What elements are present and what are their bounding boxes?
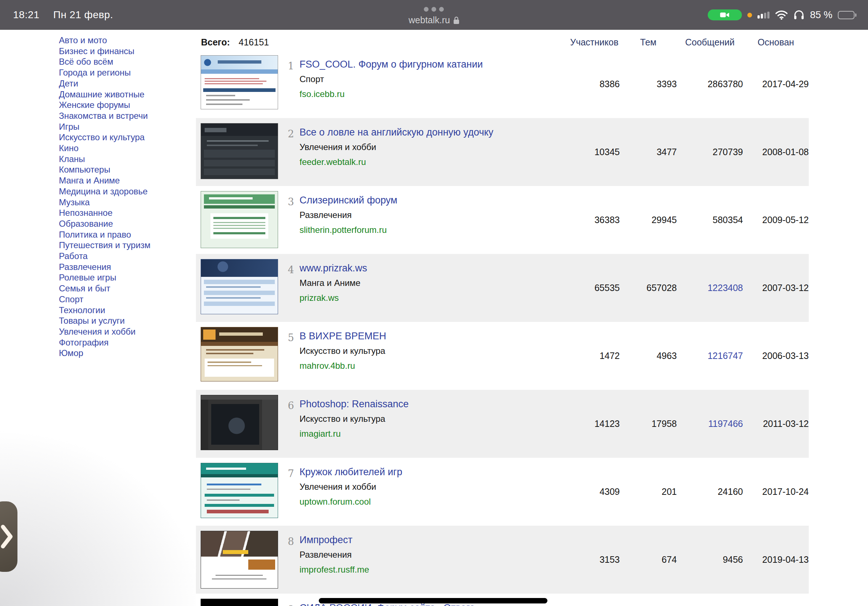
participants-value: 36383 [569,186,620,254]
sidebar-category: Женские форумы [59,99,150,110]
forum-category: Манга и Аниме [299,278,569,288]
messages-value: 1197466 [677,390,743,458]
sidebar-category-link[interactable]: Дети [59,79,78,88]
topics-value: 674 [620,526,677,594]
status-time: 18:21 [13,9,40,21]
sidebar-category: Товары и услуги [59,315,150,326]
sidebar-category-link[interactable]: Музыка [59,197,90,207]
sidebar-category-link[interactable]: Ролевые игры [59,272,116,282]
forum-thumbnail[interactable] [201,259,278,314]
forum-title-link[interactable]: Кружок любителей игр [299,467,402,478]
sidebar-category-link[interactable]: Политика и право [59,230,131,240]
sidebar-category-link[interactable]: Развлечения [59,262,111,272]
founded-value: 2009-05-12 [743,186,809,254]
sidebar-category-link[interactable]: Юмор [59,348,83,358]
sidebar-category-link[interactable]: Всё обо всём [59,57,113,66]
sidebar-category-link[interactable]: Фотография [59,337,108,347]
sidebar-category-link[interactable]: Путешествия и туризм [59,240,150,250]
forum-domain-link[interactable]: imagiart.ru [299,429,341,439]
sidebar-category-link[interactable]: Кланы [59,154,85,164]
sidebar-category: Развлечения [59,261,150,272]
forum-category: Спорт [299,74,569,84]
forum-domain-link[interactable]: fso.icebb.ru [299,89,344,99]
messages-value: 9456 [677,526,743,594]
sidebar-category: Манга и Аниме [59,175,150,186]
status-date: Пн 21 февр. [53,9,113,21]
forum-title-link[interactable]: FSO_COOL. Форум о фигурном катании [299,59,483,70]
sidebar-category-link[interactable]: Работа [59,251,88,261]
forum-domain-link[interactable]: improfest.rusff.me [299,564,369,575]
forum-info-cell: Импрофест Развлечения improfest.rusff.me [294,526,569,594]
thumbnail-cell [196,390,277,458]
table-rows: 1 FSO_COOL. Форум о фигурном катании Спо… [196,50,809,606]
sidebar-category-link[interactable]: Женские форумы [59,100,130,110]
forum-thumbnail[interactable] [201,123,278,179]
forum-thumbnail[interactable] [201,531,278,589]
topics-value: 657028 [620,254,677,322]
forum-title-link[interactable]: Все о ловле на английскую донную удочку [299,127,493,138]
video-call-pill-icon[interactable] [708,9,742,20]
sidebar-category: Кино [59,143,150,154]
sidebar-category-link[interactable]: Манга и Аниме [59,175,120,185]
sidebar-category: Кланы [59,154,150,165]
forum-title-link[interactable]: Импрофест [299,535,353,546]
participants-value: 10345 [569,118,620,186]
page-dots-icon[interactable] [424,7,444,12]
sidebar-category: Спорт [59,294,150,305]
sidebar-category: Семья и быт [59,283,150,294]
forum-thumbnail[interactable] [201,191,278,248]
sidebar-category-link[interactable]: Города и регионы [59,68,131,77]
sidebar-category-link[interactable]: Домашние животные [59,90,144,99]
sidebar-category: Работа [59,251,150,261]
category-sidebar: Авто и мото Бизнес и финансы Всё обо всё… [59,35,150,359]
sidebar-category: Города и регионы [59,67,150,78]
address-bar[interactable]: webtalk.ru [409,15,459,25]
forum-domain-link[interactable]: slitherin.potterforum.ru [299,225,387,235]
founded-value: 2008-01-08 [743,118,809,186]
messages-value: 2863780 [677,50,743,118]
status-center: webtalk.ru [409,0,459,30]
home-indicator[interactable] [319,598,547,603]
forum-thumbnail[interactable] [201,55,278,109]
participants-value [569,594,620,606]
sidebar-category-link[interactable]: Кино [59,143,79,153]
forum-title-link[interactable]: www.prizrak.ws [299,263,367,274]
sidebar-category: Дети [59,78,150,89]
forum-domain-link[interactable]: mahrov.4bb.ru [299,361,355,371]
sidebar-category-link[interactable]: Непознанное [59,208,113,218]
total-label: Всего: [201,37,230,47]
forum-title-link[interactable]: Слизеринский форум [299,195,397,206]
forum-title-link[interactable]: Photoshop: Renaissance [299,399,409,410]
video-camera-icon [719,11,731,19]
sidebar-pull-handle[interactable] [0,501,17,572]
sidebar-category-link[interactable]: Спорт [59,294,84,304]
sidebar-category-link[interactable]: Игры [59,122,80,131]
forum-category: Искусство и культура [299,346,569,356]
forum-title-link[interactable]: В ВИХРЕ ВРЕМЕН [299,331,386,342]
forum-domain-link[interactable]: prizrak.ws [299,293,339,303]
sidebar-category-link[interactable]: Товары и услуги [59,316,125,326]
sidebar-category-link[interactable]: Технологии [59,305,105,315]
forum-domain-link[interactable]: uptown.forum.cool [299,497,371,507]
sidebar-category-link[interactable]: Искусство и культура [59,132,145,142]
sidebar-category-link[interactable]: Медицина и здоровье [59,186,147,196]
sidebar-category-link[interactable]: Увлечения и хобби [59,327,136,336]
forum-category: Развлечения [299,550,569,560]
sidebar-category-link[interactable]: Семья и быт [59,283,110,293]
forum-info-cell: www.prizrak.ws Манга и Аниме prizrak.ws [294,254,569,322]
sidebar-category: Фотография [59,337,150,348]
sidebar-category: Искусство и культура [59,132,150,143]
sidebar-category: Технологии [59,305,150,316]
sidebar-category-link[interactable]: Авто и мото [59,35,107,45]
sidebar-category-link[interactable]: Бизнес и финансы [59,46,135,56]
sidebar-category-link[interactable]: Знакомства и встречи [59,111,148,121]
forum-thumbnail[interactable] [201,463,278,518]
rank-number: 6 [277,390,294,458]
forum-thumbnail[interactable] [201,599,278,606]
forum-thumbnail[interactable] [201,327,278,382]
sidebar-category-link[interactable]: Образование [59,219,113,229]
sidebar-category-link[interactable]: Компьютеры [59,165,110,175]
forum-thumbnail[interactable] [201,395,278,450]
forum-domain-link[interactable]: feeder.webtalk.ru [299,157,366,167]
sidebar-category: Игры [59,121,150,132]
